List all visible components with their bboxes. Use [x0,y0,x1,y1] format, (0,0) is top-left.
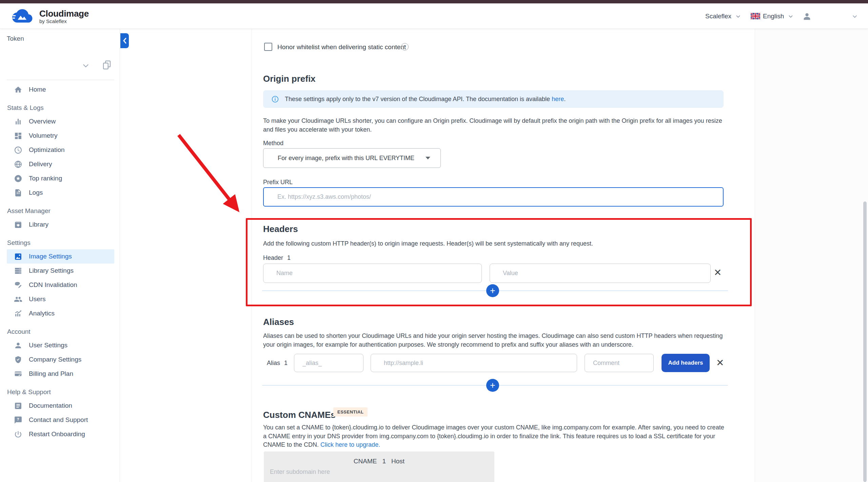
sidebar-item-label: Home [29,86,46,93]
sidebar-item-label: Users [29,295,46,303]
alias-comment-input[interactable] [585,354,654,372]
cname-subdomain-input[interactable] [270,468,480,476]
sidebar-item-contact-and-support[interactable]: ?Contact and Support [7,413,114,427]
chevron-down-icon [850,12,859,21]
info-icon [271,95,279,103]
add-alias-button[interactable]: + [486,379,499,392]
billing-icon [14,369,22,378]
user-avatar-icon [802,12,812,21]
sidebar-item-analytics[interactable]: Analytics [7,306,114,321]
aliases-description: Aliases can be used to shorten your Clou… [263,332,725,349]
essential-badge: ESSENTIAL [333,407,368,417]
analytics-icon [14,309,22,318]
sidebar-item-label: Documentation [29,402,72,409]
headers-description: Add the following custom HTTP header(s) … [263,239,725,248]
cnames-description: You can set a CNAME to {token}.cloudimg.… [263,423,725,449]
banner-text: These settings apply only to the v7 vers… [285,96,566,103]
volumetry-icon [14,131,22,140]
restart-icon [14,430,22,439]
cloudimage-cloud-icon [10,7,35,25]
cnames-title: Custom CNAMEs [263,410,336,420]
sidebar-item-cdn-invalidation[interactable]: CDN Invalidation [7,278,114,292]
sidebar-item-top-ranking[interactable]: Top ranking [7,171,114,186]
top-ranking-icon [14,174,22,183]
copy-token-icon[interactable] [102,59,112,71]
language-selector[interactable]: English [751,3,795,29]
sidebar-item-user-settings[interactable]: User Settings [7,338,114,352]
library-settings-icon [14,266,22,275]
sidebar-item-label: Delivery [29,160,52,168]
sidebar-item-users[interactable]: Users [7,292,114,306]
sidebar-item-label: Image Settings [29,253,72,260]
documentation-icon [14,401,22,410]
method-label: Method [263,140,283,147]
remove-alias-button[interactable]: ✕ [716,358,724,368]
alias-row-label: Alias1 [267,360,288,367]
window-top-strip [0,0,868,3]
chevron-down-icon [734,12,742,20]
sidebar-item-library-settings[interactable]: Library Settings [7,264,114,278]
token-label: Token [7,35,24,42]
cloudimage-logo[interactable]: Cloudimage by Scaleflex [10,7,89,25]
prefix-url-input[interactable] [263,187,724,207]
sidebar-item-restart-onboarding[interactable]: Restart Onboarding [7,427,114,441]
header-expand-toggle[interactable] [850,3,859,29]
sidebar-item-label: Optimization [29,146,65,154]
remove-header-button[interactable]: ✕ [714,268,722,277]
sidebar-item-label: Volumetry [29,132,57,139]
header-value-input[interactable] [490,264,711,283]
documentation-link[interactable]: here [552,96,564,102]
sidebar-item-label: Restart Onboarding [29,430,85,438]
alias-name-input[interactable] [294,354,363,372]
optimization-icon [14,146,22,154]
sidebar-item-documentation[interactable]: Documentation [7,399,114,413]
sidebar-item-delivery[interactable]: Delivery [7,157,114,171]
token-dropdown-chevron-icon[interactable] [81,61,90,70]
alias-url-input[interactable] [371,354,577,372]
add-header-button[interactable]: + [486,284,499,297]
logo-subtitle: by Scaleflex [39,18,89,24]
sidebar-item-label: Billing and Plan [29,370,73,378]
sidebar-item-optimization[interactable]: Optimization [7,143,114,157]
sidebar-section-asset-manager: Asset Manager [0,205,120,217]
sidebar-nav: HomeStats & LogsOverviewVolumetryOptimiz… [0,82,120,441]
sidebar-item-label: CDN Invalidation [29,281,77,289]
sidebar-item-label: Contact and Support [29,416,88,424]
sidebar-collapse-button[interactable] [120,33,129,48]
cname-row: CNAME1Host [264,451,494,482]
method-selected-value: For every image, prefix with this URL EV… [278,155,426,162]
sidebar-item-home[interactable]: Home [7,82,114,97]
sidebar-item-label: Analytics [29,310,55,317]
sidebar-item-company-settings[interactable]: Company Settings [7,352,114,367]
sidebar-section-help-support: Help & Support [0,386,120,399]
sidebar-item-overview[interactable]: Overview [7,114,114,129]
sidebar-item-billing-and-plan[interactable]: Billing and Plan [7,367,114,381]
sidebar-item-volumetry[interactable]: Volumetry [7,129,114,143]
org-selector[interactable]: Scaleflex [705,3,742,29]
sidebar-item-logs[interactable]: Logs [7,186,114,200]
header-row-label: Header1 [263,254,291,262]
sidebar-item-library[interactable]: Library [7,217,114,232]
sidebar-item-label: User Settings [29,342,67,349]
header-name-input[interactable] [263,264,482,283]
origin-prefix-title: Origin prefix [263,74,316,84]
vertical-scrollbar[interactable] [863,201,867,482]
account-menu[interactable] [802,3,812,29]
sidebar-item-label: Company Settings [29,356,81,363]
contact-icon: ? [14,416,22,424]
add-headers-button[interactable]: Add headers [662,354,710,372]
app-header: Cloudimage by Scaleflex Scaleflex [0,3,868,29]
sidebar-item-image-settings[interactable]: Image Settings [7,249,114,264]
upgrade-link[interactable]: Click here to upgrade. [320,441,380,448]
users-icon [14,295,22,304]
method-select[interactable]: For every image, prefix with this URL EV… [263,148,441,168]
prefix-url-label: Prefix URL [263,179,293,186]
image-settings-icon [14,252,22,261]
logo-title: Cloudimage [39,9,89,18]
whitelist-checkbox[interactable] [264,43,272,51]
help-icon[interactable]: ? [401,43,409,51]
headers-title: Headers [263,224,298,234]
content-right-gutter [755,29,868,482]
sidebar-item-label: Library Settings [29,267,74,274]
select-arrow-icon [426,157,430,159]
